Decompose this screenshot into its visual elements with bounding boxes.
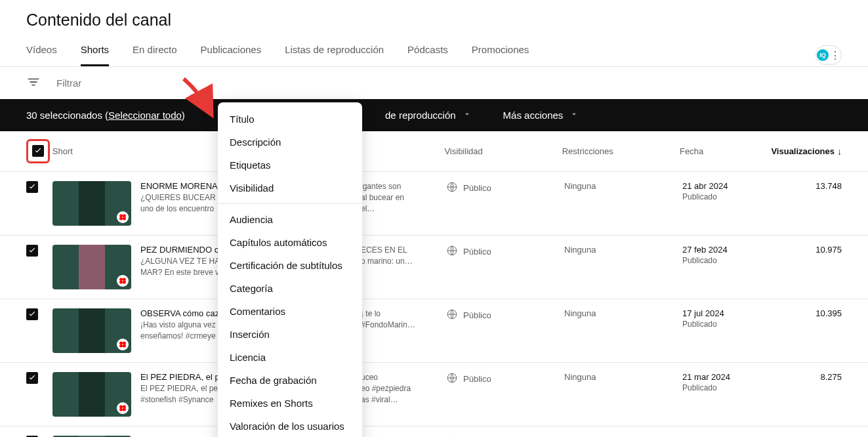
tabs-bar: VídeosShortsEn directoPublicacionesLista…	[0, 35, 868, 67]
tab-vídeos[interactable]: Vídeos	[26, 44, 57, 66]
views-cell: 10.395	[774, 308, 842, 318]
table-row: PEZ DURMIENDO cc ¿ALGUNA VEZ TE HAMAR? E…	[0, 236, 868, 299]
shorts-badge-icon	[117, 339, 129, 350]
more-actions-dropdown[interactable]: Más acciones	[503, 110, 579, 121]
table-header: Short Visibilidad Restricciones Fecha Vi…	[0, 131, 868, 172]
tab-pódcasts[interactable]: Pódcasts	[407, 44, 448, 66]
sort-desc-icon: ↓	[837, 146, 842, 157]
visibility-cell[interactable]: Público	[446, 245, 564, 259]
globe-icon	[446, 245, 458, 259]
menu-item-visibilidad[interactable]: Visibilidad	[218, 177, 362, 199]
chevron-down-icon	[463, 110, 472, 121]
menu-item-valoraci-n-de-los-usuarios[interactable]: Valoración de los usuarios	[218, 415, 362, 437]
video-description-fragment: uceoeo #pezpiedraas #viral…	[361, 372, 413, 405]
selection-action-bar: 30 seleccionados (Seleccionar todo) Edit…	[0, 99, 868, 131]
menu-item-comentarios[interactable]: Comentarios	[218, 300, 362, 323]
visibility-cell[interactable]: Público	[446, 372, 564, 386]
shorts-badge-icon	[117, 402, 129, 414]
row-checkbox[interactable]	[26, 245, 38, 257]
date-cell: 21 mar 2024 Publicado	[682, 372, 774, 392]
chevron-down-icon	[569, 110, 579, 121]
menu-item-licencia[interactable]: Licencia	[218, 346, 362, 369]
selection-count: 30 seleccionados (Seleccionar todo)	[26, 110, 185, 121]
visibility-cell[interactable]: Público	[446, 181, 564, 195]
shorts-badge-icon	[117, 211, 129, 223]
video-description-fragment: ¡ te lo#FondoMarin…	[361, 308, 413, 331]
column-visibility[interactable]: Visibilidad	[444, 146, 562, 156]
iq-icon: IQ	[817, 49, 829, 61]
extension-badge[interactable]: IQ ⋮	[816, 45, 842, 65]
add-to-playlist-dropdown[interactable]: de reproducción	[385, 110, 472, 121]
globe-icon	[446, 181, 458, 195]
restrictions-cell: Ninguna	[564, 372, 682, 382]
column-date[interactable]: Fecha	[680, 146, 771, 156]
column-views[interactable]: Visualizaciones↓	[771, 146, 842, 157]
views-cell: 10.975	[774, 245, 842, 255]
row-checkbox[interactable]	[26, 308, 38, 320]
filter-input[interactable]	[56, 77, 842, 89]
menu-item-t-tulo[interactable]: Título	[218, 108, 362, 131]
menu-item-etiquetas[interactable]: Etiquetas	[218, 154, 362, 177]
annotation-highlight-checkbox	[26, 139, 50, 163]
filter-row	[0, 67, 868, 99]
filter-icon[interactable]	[26, 75, 41, 91]
restrictions-cell: Ninguna	[564, 181, 682, 191]
views-cell: 13.748	[774, 181, 842, 191]
menu-item-audiencia[interactable]: Audiencia	[218, 208, 362, 231]
menu-item-inserci-n[interactable]: Inserción	[218, 323, 362, 346]
menu-item-fecha-de-grabaci-n[interactable]: Fecha de grabación	[218, 369, 362, 392]
restrictions-cell: Ninguna	[564, 245, 682, 255]
date-cell: 27 feb 2024 Publicado	[682, 245, 774, 265]
menu-item-cap-tulos-autom-ticos[interactable]: Capítulos automáticos	[218, 231, 362, 254]
table-row: El PEZ PIEDRA, el pe El PEZ PIEDRA, el p…	[0, 363, 868, 427]
video-description-fragment: ECES EN ELo marino: un…	[361, 245, 413, 267]
video-thumbnail[interactable]	[52, 245, 131, 289]
video-thumbnail[interactable]	[52, 372, 131, 417]
visibility-cell[interactable]: Público	[446, 308, 564, 322]
page-title: Contenido del canal	[0, 0, 868, 35]
tab-promociones[interactable]: Promociones	[472, 44, 529, 66]
column-restrictions[interactable]: Restricciones	[562, 146, 680, 156]
tab-publicaciones[interactable]: Publicaciones	[201, 44, 262, 66]
select-all-checkbox[interactable]	[32, 145, 44, 157]
restrictions-cell: Ninguna	[564, 308, 682, 318]
globe-icon	[446, 308, 458, 322]
menu-item-categor-a[interactable]: Categoría	[218, 277, 362, 300]
edit-dropdown-menu: TítuloDescripciónEtiquetasVisibilidadAud…	[218, 102, 362, 437]
table-row: OBSERVA cómo caz ¡Has visto alguna vezen…	[0, 299, 868, 363]
shorts-badge-icon	[117, 275, 129, 287]
video-thumbnail[interactable]	[52, 308, 131, 353]
select-all-link[interactable]: Seleccionar todo	[108, 110, 182, 121]
date-cell: 17 jul 2024 Publicado	[682, 308, 774, 329]
tab-listas-de-reproducción[interactable]: Listas de reproducción	[285, 44, 384, 66]
row-checkbox[interactable]	[26, 181, 38, 193]
date-cell: 21 abr 2024 Publicado	[682, 181, 774, 201]
video-thumbnail[interactable]	[52, 181, 131, 226]
menu-item-descripci-n[interactable]: Descripción	[218, 131, 362, 154]
menu-item-certificaci-n-de-subt-tulos[interactable]: Certificación de subtítulos	[218, 254, 362, 277]
table-row: ESTRELLA DE MAR Estrella de mar buceaMex…	[0, 427, 868, 437]
tab-en-directo[interactable]: En directo	[133, 44, 177, 66]
tab-shorts[interactable]: Shorts	[81, 44, 109, 66]
views-cell: 8.275	[774, 372, 842, 382]
globe-icon	[446, 372, 458, 386]
row-checkbox[interactable]	[26, 372, 38, 384]
table-row: ENORME MORENA v ¿QUIERES BUCEAR Cuno de …	[0, 172, 868, 236]
menu-item-remixes-en-shorts[interactable]: Remixes en Shorts	[218, 392, 362, 415]
video-description-fragment: igantes sonal bucear en el…	[361, 181, 413, 214]
